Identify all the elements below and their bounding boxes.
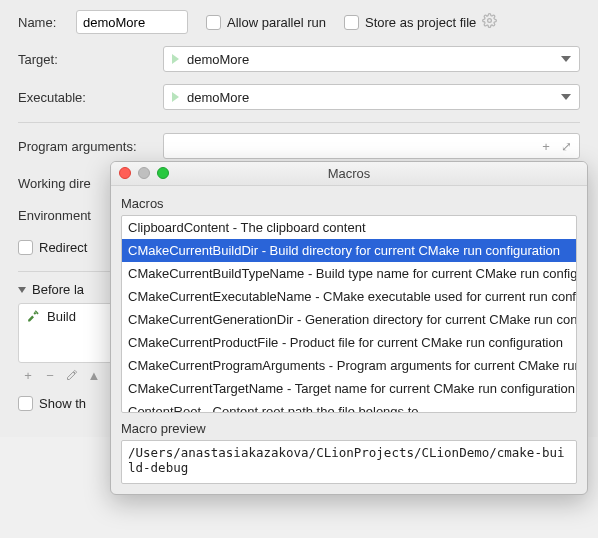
macros-list-label: Macros (121, 196, 577, 211)
allow-parallel-checkbox[interactable]: Allow parallel run (206, 15, 326, 30)
show-label: Show th (39, 396, 86, 411)
chevron-down-icon (561, 94, 571, 100)
macro-preview-label: Macro preview (121, 421, 577, 436)
chevron-down-icon (18, 287, 26, 293)
redirect-label: Redirect (39, 240, 87, 255)
macros-list[interactable]: ClipboardContent - The clipboard content… (121, 215, 577, 413)
macro-list-item[interactable]: CMakeCurrentBuildDir - Build directory f… (122, 239, 576, 262)
checkbox-icon (344, 15, 359, 30)
store-project-checkbox[interactable]: Store as project file (344, 15, 476, 30)
macro-list-item[interactable]: CMakeCurrentBuildTypeName - Build type n… (122, 262, 576, 285)
macro-list-item[interactable]: CMakeCurrentProgramArguments - Program a… (122, 354, 576, 377)
target-label: Target: (18, 52, 163, 67)
redirect-checkbox[interactable]: Redirect (18, 240, 87, 255)
store-project-label: Store as project file (365, 15, 476, 30)
checkbox-icon (18, 396, 33, 411)
macro-list-item[interactable]: CMakeCurrentExecutableName - CMake execu… (122, 285, 576, 308)
macro-list-item[interactable]: ClipboardContent - The clipboard content (122, 216, 576, 239)
executable-dropdown[interactable]: demoMore (163, 84, 580, 110)
minimize-icon[interactable] (138, 167, 150, 179)
chevron-down-icon (561, 56, 571, 62)
plus-icon[interactable]: + (537, 137, 555, 155)
move-up-button[interactable]: ▲ (84, 365, 104, 385)
hammer-icon (27, 308, 41, 325)
allow-parallel-label: Allow parallel run (227, 15, 326, 30)
program-args-label: Program arguments: (18, 139, 163, 154)
checkbox-icon (206, 15, 221, 30)
macro-list-item[interactable]: CMakeCurrentProductFile - Product file f… (122, 331, 576, 354)
macro-list-item[interactable]: ContentRoot - Content root path the file… (122, 400, 576, 413)
divider (18, 122, 580, 123)
svg-point-0 (488, 19, 492, 23)
checkbox-icon (18, 240, 33, 255)
dialog-titlebar[interactable]: Macros (111, 162, 587, 186)
play-icon (172, 92, 179, 102)
add-task-button[interactable]: + (18, 365, 38, 385)
macro-list-item[interactable]: CMakeCurrentGenerationDir - Generation d… (122, 308, 576, 331)
executable-value: demoMore (187, 90, 249, 105)
remove-task-button[interactable]: − (40, 365, 60, 385)
macro-preview-value: /Users/anastasiakazakova/CLionProjects/C… (121, 440, 577, 484)
macros-dialog: Macros Macros ClipboardContent - The cli… (110, 161, 588, 495)
macro-list-item[interactable]: CMakeCurrentTargetName - Target name for… (122, 377, 576, 400)
expand-icon[interactable]: ⤢ (557, 137, 575, 155)
zoom-icon[interactable] (157, 167, 169, 179)
play-icon (172, 54, 179, 64)
before-launch-label: Before la (32, 282, 84, 297)
executable-label: Executable: (18, 90, 163, 105)
name-input[interactable] (76, 10, 188, 34)
target-value: demoMore (187, 52, 249, 67)
close-icon[interactable] (119, 167, 131, 179)
edit-task-button[interactable] (62, 365, 82, 385)
program-args-input[interactable]: + ⤢ (163, 133, 580, 159)
target-dropdown[interactable]: demoMore (163, 46, 580, 72)
name-label: Name: (18, 15, 76, 30)
task-label: Build (47, 309, 76, 324)
gear-icon[interactable] (482, 13, 497, 31)
dialog-title: Macros (328, 166, 371, 181)
show-checkbox[interactable]: Show th (18, 396, 86, 411)
